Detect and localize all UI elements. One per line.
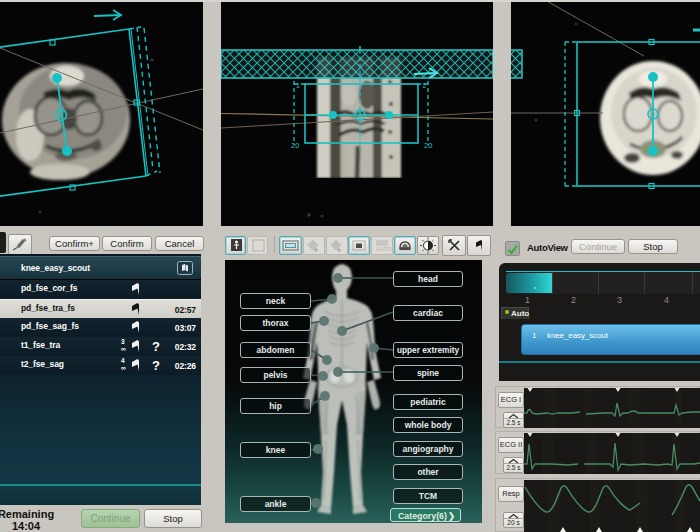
svg-text:20: 20	[291, 141, 299, 150]
svg-text:1: 1	[296, 82, 300, 89]
svg-text:20: 20	[424, 141, 432, 150]
svg-text:1: 1	[422, 82, 426, 89]
svg-text:AUTO: AUTO	[376, 246, 392, 252]
